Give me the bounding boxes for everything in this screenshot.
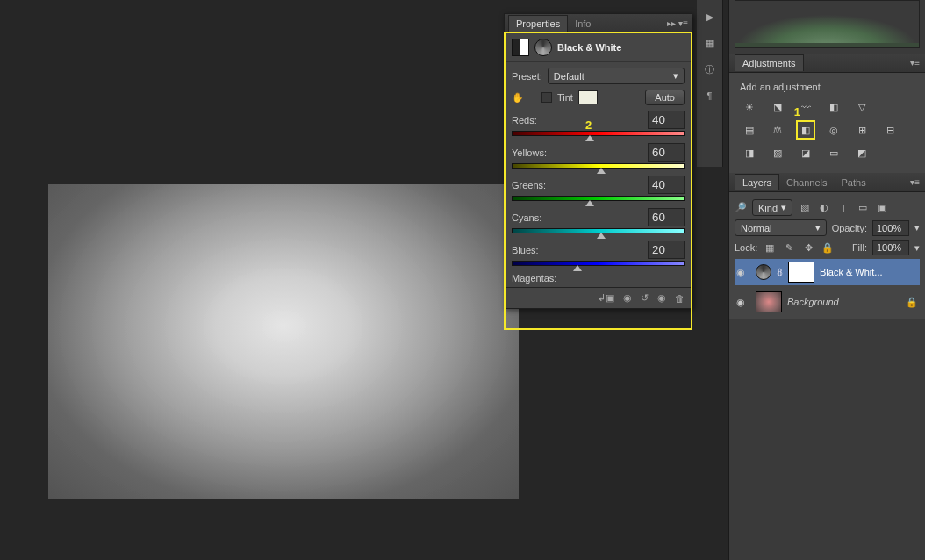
- slider-cyans: Cyans:: [512, 208, 685, 237]
- clip-to-layer-icon[interactable]: ↲▣: [598, 292, 614, 304]
- mask-icon[interactable]: [534, 39, 552, 56]
- info-icon[interactable]: ⓘ: [702, 61, 718, 77]
- chevron-down-icon: ▾: [815, 222, 821, 233]
- layer-mask-thumb[interactable]: [788, 262, 814, 283]
- layer-row-background[interactable]: ◉ Background 🔒: [735, 289, 920, 315]
- paragraph-icon[interactable]: ¶: [702, 88, 718, 104]
- vibrance-icon[interactable]: ▽: [852, 97, 871, 117]
- play-icon[interactable]: ▶: [702, 9, 718, 25]
- exposure-icon[interactable]: ◧: [824, 97, 843, 117]
- filter-pixel-icon[interactable]: ▧: [798, 201, 812, 215]
- photo-filter-icon[interactable]: ◎: [824, 120, 843, 140]
- preset-label: Preset:: [512, 71, 542, 82]
- adjustment-thumb-icon: [756, 264, 771, 280]
- reset-icon[interactable]: ↺: [641, 292, 649, 304]
- adjustments-menu-icon[interactable]: ▾≡: [910, 58, 920, 68]
- slider-track[interactable]: [512, 261, 685, 269]
- tab-info[interactable]: Info: [568, 16, 598, 32]
- visibility-icon[interactable]: ◉: [657, 292, 666, 304]
- threshold-icon[interactable]: ◪: [796, 143, 815, 162]
- panel-collapse-icon[interactable]: ▸▸ ▾≡: [667, 18, 688, 28]
- tab-adjustments[interactable]: Adjustments: [735, 54, 804, 71]
- slider-input[interactable]: [648, 208, 685, 226]
- visibility-icon[interactable]: ◉: [736, 297, 750, 308]
- lock-paint-icon[interactable]: ✎: [782, 241, 796, 255]
- trash-icon[interactable]: 🗑: [675, 293, 685, 304]
- color-lookup-icon[interactable]: ⊟: [880, 120, 900, 140]
- levels-icon[interactable]: ⬔: [768, 97, 787, 117]
- swatches-icon[interactable]: ▦: [702, 35, 718, 51]
- visibility-icon[interactable]: ◉: [736, 267, 750, 278]
- tab-layers[interactable]: Layers: [735, 174, 779, 190]
- opacity-input[interactable]: 100%: [872, 220, 909, 236]
- lock-transparency-icon[interactable]: ▦: [763, 241, 777, 255]
- link-icon[interactable]: 𝟠: [777, 267, 783, 278]
- layer-thumb[interactable]: [756, 291, 782, 312]
- slider-blues: Blues:: [512, 241, 685, 269]
- lock-icon[interactable]: 🔒: [906, 297, 918, 308]
- slider-reds: Reds:: [512, 111, 685, 140]
- channel-mixer-icon[interactable]: ⊞: [852, 120, 871, 140]
- chevron-down-icon[interactable]: ▾: [914, 222, 920, 233]
- slider-greens: Greens:: [512, 176, 685, 205]
- filter-type-icon[interactable]: T: [836, 201, 850, 215]
- tint-checkbox[interactable]: [541, 92, 552, 103]
- slider-track[interactable]: [512, 163, 685, 172]
- color-balance-icon[interactable]: ⚖: [768, 120, 787, 140]
- opacity-label: Opacity:: [832, 223, 867, 233]
- slider-input[interactable]: [648, 143, 685, 162]
- filter-smart-icon[interactable]: ▣: [875, 201, 889, 215]
- histogram[interactable]: [735, 0, 920, 48]
- black-white-icon[interactable]: ◧: [796, 120, 815, 140]
- slider-input[interactable]: [648, 241, 685, 259]
- slider-handle[interactable]: [585, 200, 594, 206]
- posterize-icon[interactable]: ▨: [768, 143, 787, 162]
- tab-properties[interactable]: Properties: [508, 15, 568, 32]
- document-photo[interactable]: [48, 184, 519, 499]
- filter-shape-icon[interactable]: ▭: [856, 201, 870, 215]
- slider-handle[interactable]: [597, 233, 606, 239]
- adjustments-body: Add an adjustment ☀ ⬔ 〰 ◧ ▽ 1 ▤ ⚖ ◧ ◎ ⊞ …: [729, 73, 925, 173]
- lock-all-icon[interactable]: 🔒: [821, 241, 835, 255]
- filter-adjust-icon[interactable]: ◐: [817, 201, 831, 215]
- fill-input[interactable]: 100%: [872, 240, 909, 255]
- selective-color-icon[interactable]: ◩: [852, 143, 871, 162]
- view-previous-icon[interactable]: ◉: [623, 292, 632, 304]
- hand-tool-icon[interactable]: ✋: [512, 92, 524, 104]
- preset-select[interactable]: Default ▾: [548, 68, 685, 84]
- preset-value: Default: [554, 71, 584, 82]
- slider-track[interactable]: [512, 131, 685, 140]
- slider-handle[interactable]: [585, 135, 594, 141]
- auto-button[interactable]: Auto: [645, 90, 685, 105]
- properties-title-row: Black & White: [505, 33, 692, 62]
- tab-channels[interactable]: Channels: [779, 175, 834, 190]
- tint-swatch[interactable]: [578, 90, 598, 104]
- slider-track[interactable]: [512, 196, 685, 205]
- tint-label: Tint: [557, 92, 573, 103]
- invert-icon[interactable]: ◨: [740, 143, 759, 162]
- slider-track[interactable]: [512, 228, 685, 237]
- chevron-down-icon: ▾: [673, 70, 678, 82]
- tab-paths[interactable]: Paths: [835, 175, 873, 190]
- chevron-down-icon[interactable]: ▾: [914, 242, 920, 254]
- right-column: Adjustments ▾≡ Add an adjustment ☀ ⬔ 〰 ◧…: [728, 0, 925, 560]
- slider-label: Cyans:: [512, 212, 541, 223]
- blend-mode-select[interactable]: Normal ▾: [735, 219, 827, 236]
- slider-input[interactable]: [648, 111, 685, 129]
- hue-sat-icon[interactable]: ▤: [740, 120, 759, 140]
- lock-position-icon[interactable]: ✥: [801, 241, 815, 255]
- slider-handle[interactable]: [573, 265, 582, 271]
- brightness-contrast-icon[interactable]: ☀: [740, 97, 759, 117]
- properties-footer: ↲▣ ◉ ↺ ◉ 🗑: [505, 287, 692, 308]
- layer-row-bw[interactable]: ◉ 𝟠 Black & Whit...: [735, 259, 920, 285]
- slider-label: Yellows:: [512, 147, 547, 158]
- slider-input[interactable]: [648, 176, 685, 194]
- filter-kind-icon[interactable]: 🔎: [735, 202, 747, 213]
- gradient-map-icon[interactable]: ▭: [824, 143, 843, 162]
- slider-handle[interactable]: [597, 168, 606, 174]
- layer-name[interactable]: Background: [787, 297, 839, 307]
- filter-kind-select[interactable]: Kind ▾: [752, 199, 792, 216]
- layer-name[interactable]: Black & Whit...: [820, 267, 883, 277]
- dock-strip: ▶ ▦ ⓘ ¶: [697, 0, 723, 167]
- layers-menu-icon[interactable]: ▾≡: [910, 177, 920, 187]
